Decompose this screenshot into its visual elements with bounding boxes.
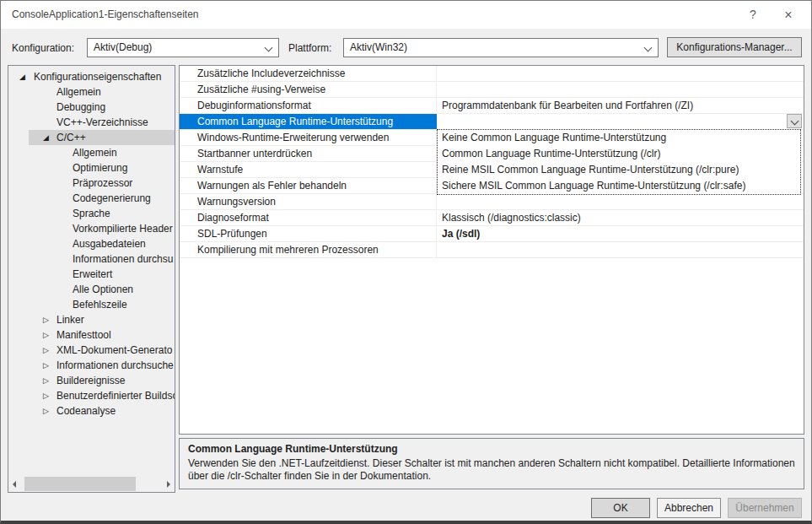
description-panel: Common Language Runtime-Unterstützung Ve… xyxy=(179,438,804,489)
tree-item-label: Präprozessor xyxy=(73,177,132,189)
tree-item-label: Benutzerdefinierter Buildsc xyxy=(56,390,175,402)
tree-item-label: XML-Dokument-Generato xyxy=(56,344,172,356)
property-name: SDL-Prüfungen xyxy=(180,226,437,241)
scroll-right-icon[interactable] xyxy=(159,477,174,491)
tree-item-benutzerdefinierter-buildschritt[interactable]: ▷Benutzerdefinierter Buildsc xyxy=(8,388,175,403)
tree-item-praeprozessor[interactable]: Präprozessor xyxy=(8,176,175,191)
combo-dropdown-button[interactable] xyxy=(787,114,802,128)
tree-horizontal-scrollbar[interactable] xyxy=(9,477,174,491)
tree-item-konfigurationseigenschaften[interactable]: ◢Konfigurationseigenschaften xyxy=(8,69,175,84)
cancel-button[interactable]: Abbrechen xyxy=(657,498,721,518)
tree-item-c-cpp-allgemein[interactable]: Allgemein xyxy=(8,145,175,160)
window-title: ConsoleApplication1-Eigenschaftenseiten xyxy=(12,8,198,20)
dropdown-option[interactable]: Common Language Runtime-Unterstützung (/… xyxy=(438,146,800,162)
tree-item-optimierung[interactable]: Optimierung xyxy=(8,160,175,176)
property-name: Debuginformationsformat xyxy=(180,98,437,113)
tree-item-label: Befehlszeile xyxy=(73,299,127,311)
property-name: Diagnoseformat xyxy=(180,210,437,225)
expander-collapsed-icon[interactable]: ▷ xyxy=(43,327,49,343)
expander-collapsed-icon[interactable]: ▷ xyxy=(43,312,49,327)
tree-item-label: C/C++ xyxy=(56,132,86,143)
expander-expanded-icon[interactable]: ◢ xyxy=(19,69,25,84)
property-value-combobox[interactable] xyxy=(437,114,804,129)
tree-item-label: Informationen durchsuche xyxy=(56,359,174,371)
property-row[interactable]: DebuginformationsformatProgrammdatenbank… xyxy=(180,98,804,114)
tree-item-label: Ausgabedateien xyxy=(73,238,146,250)
property-row[interactable]: Zusätzliche #using-Verweise xyxy=(180,82,804,98)
close-icon[interactable]: × xyxy=(774,1,803,29)
tree-item-xml-dokument-generator[interactable]: ▷XML-Dokument-Generato xyxy=(8,343,175,358)
property-name: Startbanner unterdrücken xyxy=(180,146,437,161)
dropdown-option[interactable]: Reine MSIL Common Language Runtime-Unter… xyxy=(438,162,800,178)
property-row-common-language-runtime[interactable]: Common Language Runtime-Unterstützung xyxy=(180,114,804,130)
tree-item-erweitert[interactable]: Erweitert xyxy=(8,267,175,282)
property-row[interactable]: SDL-PrüfungenJa (/sdl) xyxy=(180,226,804,242)
ok-button[interactable]: OK xyxy=(591,498,650,518)
tree-item-codegenerierung[interactable]: Codegenerierung xyxy=(8,191,175,206)
property-name: Warnstufe xyxy=(180,162,437,177)
property-name: Zusätzliche #using-Verweise xyxy=(180,82,437,97)
tree-item-debugging[interactable]: Debugging xyxy=(8,100,175,115)
property-value[interactable] xyxy=(437,242,804,257)
tree-item-label: Alle Optionen xyxy=(73,284,133,295)
tree-item-label: Erweitert xyxy=(73,268,112,280)
expander-collapsed-icon[interactable]: ▷ xyxy=(43,373,49,388)
tree-item-buildereignisse[interactable]: ▷Buildereignisse xyxy=(8,373,175,388)
property-value[interactable] xyxy=(437,66,804,81)
expander-collapsed-icon[interactable]: ▷ xyxy=(43,343,49,358)
chevron-down-icon xyxy=(791,117,799,126)
tree-item-label: Allgemein xyxy=(73,147,117,159)
tree-item-alle-optionen[interactable]: Alle Optionen xyxy=(8,282,175,297)
tree-item-manifesttool[interactable]: ▷Manifesttool xyxy=(8,327,175,343)
property-value[interactable] xyxy=(437,194,804,209)
tree-item-c-cpp[interactable]: ◢C/C++ xyxy=(8,130,175,145)
chevron-down-icon xyxy=(644,44,653,52)
tree-item-informationen-durchsuchen[interactable]: Informationen durchsu xyxy=(8,251,175,267)
tree-item-label: Buildereignisse xyxy=(56,375,125,386)
tree-item-sprache[interactable]: Sprache xyxy=(8,206,175,221)
expander-collapsed-icon[interactable]: ▷ xyxy=(43,358,49,373)
tree-item-befehlszeile[interactable]: Befehlszeile xyxy=(8,297,175,312)
tree-item-label: Manifesttool xyxy=(56,329,111,341)
description-title: Common Language Runtime-Unterstützung xyxy=(188,443,795,455)
platform-dropdown[interactable]: Aktiv(Win32) xyxy=(343,38,659,57)
expander-collapsed-icon[interactable]: ▷ xyxy=(43,403,49,419)
property-name: Warnungsversion xyxy=(180,194,437,209)
property-value[interactable] xyxy=(437,82,804,97)
tree-item-label: Allgemein xyxy=(56,86,101,98)
apply-button[interactable]: Übernehmen xyxy=(728,498,802,518)
scroll-left-icon[interactable] xyxy=(9,477,24,491)
property-pages-dialog: ConsoleApplication1-Eigenschaftenseiten … xyxy=(0,0,812,524)
dropdown-option[interactable]: Keine Common Language Runtime-Unterstütz… xyxy=(438,130,800,146)
property-name: Windows-Runtime-Erweiterung verwenden xyxy=(180,130,437,145)
tree-item-label: Informationen durchsu xyxy=(73,253,173,265)
tree-item-label: Codeanalyse xyxy=(56,405,116,417)
property-name: Warnungen als Fehler behandeln xyxy=(180,178,437,193)
property-row[interactable]: Warnungsversion xyxy=(180,194,804,210)
property-value[interactable]: Programmdatenbank für Bearbeiten und For… xyxy=(437,98,804,113)
tree-item-informationen-durchsuchen-2[interactable]: ▷Informationen durchsuche xyxy=(8,358,175,373)
configuration-label: Konfiguration: xyxy=(12,42,74,54)
help-icon[interactable]: ? xyxy=(739,1,767,29)
property-name: Common Language Runtime-Unterstützung xyxy=(180,114,437,129)
dropdown-option[interactable]: Sichere MSIL Common Language Runtime-Unt… xyxy=(438,178,800,194)
tree-item-vorkompilierte-header[interactable]: Vorkompilierte Header xyxy=(8,221,175,236)
scrollbar-thumb[interactable] xyxy=(24,477,136,491)
property-value[interactable]: Ja (/sdl) xyxy=(437,226,804,241)
property-row[interactable]: Kompilierung mit mehreren Prozessoren xyxy=(180,242,804,258)
expander-expanded-icon[interactable]: ◢ xyxy=(43,130,49,145)
configuration-dropdown[interactable]: Aktiv(Debug) xyxy=(87,38,279,57)
tree-item-vcpp-verzeichnisse[interactable]: VC++-Verzeichnisse xyxy=(8,115,175,130)
tree-item-ausgabedateien[interactable]: Ausgabedateien xyxy=(8,236,175,251)
tree-item-codeanalyse[interactable]: ▷Codeanalyse xyxy=(8,403,175,419)
property-name: Kompilierung mit mehreren Prozessoren xyxy=(180,242,437,257)
tree-item-label: Konfigurationseigenschaften xyxy=(34,71,161,83)
property-row[interactable]: DiagnoseformatKlassisch (/diagnostics:cl… xyxy=(180,210,804,226)
tree-item-label: Linker xyxy=(56,314,84,326)
property-row[interactable]: Zusätzliche Includeverzeichnisse xyxy=(180,66,804,82)
configuration-manager-button[interactable]: Konfigurations-Manager... xyxy=(667,37,802,57)
expander-collapsed-icon[interactable]: ▷ xyxy=(43,388,49,403)
tree-item-linker[interactable]: ▷Linker xyxy=(8,312,175,327)
tree-item-allgemein[interactable]: Allgemein xyxy=(8,84,175,100)
property-value[interactable]: Klassisch (/diagnostics:classic) xyxy=(437,210,804,225)
